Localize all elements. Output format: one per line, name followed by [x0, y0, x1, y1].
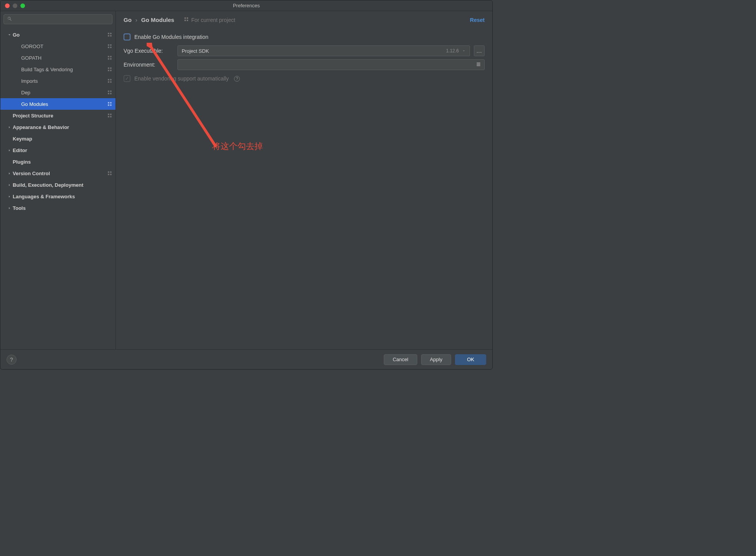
- sidebar-item-project-structure[interactable]: Project Structure: [0, 110, 115, 121]
- preferences-window: Preferences GoGOROOTGOPATHBuild Tags & V…: [0, 0, 493, 370]
- disclosure-icon: [7, 172, 12, 175]
- vendoring-checkbox: [124, 75, 130, 82]
- sidebar-item-label: Project Structure: [13, 113, 105, 119]
- ok-button[interactable]: OK: [455, 354, 486, 365]
- vgo-selected-value: Project SDK: [182, 48, 446, 54]
- sidebar-item-label: Version Control: [13, 171, 105, 176]
- sidebar-item-label: Build, Execution, Deployment: [13, 182, 112, 188]
- settings-panel: Enable Go Modules integration Vgo Execut…: [116, 26, 492, 89]
- vgo-executable-dropdown[interactable]: Project SDK 1.12.6: [177, 45, 470, 56]
- search-row: [0, 11, 115, 27]
- disclosure-icon: [7, 195, 12, 198]
- content-area: Go › Go Modules For current project Rese…: [116, 11, 492, 349]
- disclosure-icon: [7, 149, 12, 152]
- project-scope-icon: [107, 113, 112, 118]
- sidebar-item-label: Go: [13, 32, 105, 38]
- sidebar-item-label: Build Tags & Vendoring: [21, 67, 105, 72]
- sidebar-item-editor[interactable]: Editor: [0, 144, 115, 156]
- sidebar-item-label: GOPATH: [21, 55, 105, 61]
- project-scope-icon: [107, 32, 112, 37]
- sidebar-item-label: Dep: [21, 90, 105, 95]
- sidebar-item-plugins[interactable]: Plugins: [0, 156, 115, 167]
- search-icon: [7, 16, 12, 23]
- sidebar-item-gopath[interactable]: GOPATH: [0, 52, 115, 64]
- search-box[interactable]: [3, 14, 112, 24]
- sidebar-item-label: Appearance & Behavior: [13, 124, 112, 130]
- project-scope-icon: [107, 90, 112, 95]
- sidebar-item-build-execution-deployment[interactable]: Build, Execution, Deployment: [0, 179, 115, 191]
- disclosure-icon: [7, 126, 12, 129]
- disclosure-icon: [7, 33, 12, 37]
- sidebar-item-keymap[interactable]: Keymap: [0, 133, 115, 144]
- project-scope-icon: [107, 44, 112, 49]
- search-input[interactable]: [15, 17, 109, 22]
- sidebar-item-dep[interactable]: Dep: [0, 87, 115, 98]
- sidebar-item-build-tags-vendoring[interactable]: Build Tags & Vendoring: [0, 64, 115, 75]
- enable-modules-label[interactable]: Enable Go Modules integration: [134, 34, 208, 40]
- sidebar-item-go[interactable]: Go: [0, 29, 115, 40]
- chevron-down-icon: [462, 48, 466, 54]
- sidebar-item-label: Keymap: [13, 136, 112, 142]
- project-scope-icon: [107, 171, 112, 176]
- vendoring-label: Enable vendoring support automatically: [134, 75, 229, 82]
- disclosure-icon: [7, 206, 12, 210]
- sidebar-item-version-control[interactable]: Version Control: [0, 167, 115, 179]
- breadcrumb-root[interactable]: Go: [124, 17, 132, 23]
- content-header: Go › Go Modules For current project Rese…: [116, 11, 492, 26]
- sidebar-item-appearance-behavior[interactable]: Appearance & Behavior: [0, 121, 115, 133]
- sidebar-item-imports[interactable]: Imports: [0, 75, 115, 87]
- sidebar-item-label: Languages & Frameworks: [13, 194, 112, 199]
- expand-icon[interactable]: [476, 62, 481, 68]
- environment-label: Environment:: [124, 62, 174, 68]
- environment-row: Environment:: [124, 58, 485, 72]
- titlebar: Preferences: [0, 0, 492, 11]
- disclosure-icon: [7, 183, 12, 187]
- help-icon[interactable]: ?: [234, 76, 240, 82]
- environment-input[interactable]: [181, 62, 476, 68]
- vgo-label: Vgo Executable:: [124, 48, 174, 54]
- project-scope-icon: [107, 101, 112, 107]
- sidebar-item-tools[interactable]: Tools: [0, 202, 115, 214]
- sidebar-item-label: GOROOT: [21, 44, 105, 49]
- sidebar: GoGOROOTGOPATHBuild Tags & VendoringImpo…: [0, 11, 116, 349]
- sidebar-item-languages-frameworks[interactable]: Languages & Frameworks: [0, 191, 115, 202]
- cancel-button[interactable]: Cancel: [384, 354, 417, 365]
- apply-button[interactable]: Apply: [421, 354, 452, 365]
- project-scope-icon: [184, 17, 189, 23]
- annotation-text: 将这个勾去掉: [212, 141, 263, 152]
- reset-link[interactable]: Reset: [470, 17, 485, 23]
- sidebar-item-goroot[interactable]: GOROOT: [0, 40, 115, 52]
- browse-button[interactable]: ...: [474, 45, 485, 56]
- help-button[interactable]: ?: [7, 355, 17, 365]
- sidebar-item-label: Editor: [13, 147, 112, 153]
- breadcrumb-leaf: Go Modules: [141, 17, 174, 23]
- sidebar-item-label: Tools: [13, 205, 112, 211]
- vgo-version: 1.12.6: [446, 48, 459, 54]
- environment-field[interactable]: [177, 59, 485, 70]
- sidebar-item-label: Go Modules: [21, 101, 105, 107]
- sidebar-item-label: Plugins: [13, 159, 112, 165]
- vgo-row: Vgo Executable: Project SDK 1.12.6 ...: [124, 44, 485, 58]
- project-scope-icon: [107, 78, 112, 84]
- enable-modules-checkbox[interactable]: [124, 33, 130, 40]
- scope-note-text: For current project: [191, 17, 235, 23]
- dialog-footer: ? Cancel Apply OK: [0, 349, 492, 369]
- scope-note: For current project: [184, 17, 235, 23]
- project-scope-icon: [107, 67, 112, 72]
- settings-tree: GoGOROOTGOPATHBuild Tags & VendoringImpo…: [0, 27, 115, 349]
- breadcrumb-separator: ›: [135, 17, 137, 23]
- enable-modules-row: Enable Go Modules integration: [124, 30, 485, 44]
- window-title: Preferences: [0, 3, 492, 8]
- sidebar-item-go-modules[interactable]: Go Modules: [0, 98, 115, 110]
- breadcrumb: Go › Go Modules: [124, 17, 174, 23]
- window-body: GoGOROOTGOPATHBuild Tags & VendoringImpo…: [0, 11, 492, 349]
- sidebar-item-label: Imports: [21, 78, 105, 84]
- project-scope-icon: [107, 55, 112, 60]
- vendoring-row: Enable vendoring support automatically ?: [124, 72, 485, 85]
